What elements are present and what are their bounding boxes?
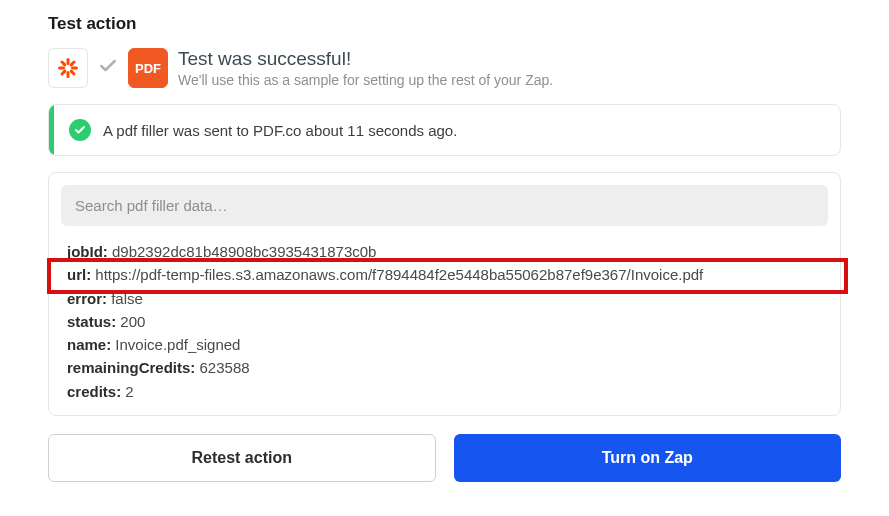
retest-button[interactable]: Retest action (48, 434, 436, 482)
result-row-status: status: 200 (67, 310, 822, 333)
result-value: https://pdf-temp-files.s3.amazonaws.com/… (95, 266, 703, 283)
result-row-jobid: jobId: d9b2392dc81b48908bc3935431873c0b (67, 240, 822, 263)
result-row-name: name: Invoice.pdf_signed (67, 333, 822, 356)
svg-rect-0 (67, 58, 70, 65)
result-key: credits: (67, 383, 121, 400)
result-key: url: (67, 266, 91, 283)
result-value: Invoice.pdf_signed (115, 336, 240, 353)
success-check-icon (69, 119, 91, 141)
result-value: d9b2392dc81b48908bc3935431873c0b (112, 243, 376, 260)
result-row-credits: credits: 2 (67, 380, 822, 403)
svg-rect-3 (71, 67, 78, 70)
svg-rect-2 (58, 67, 65, 70)
status-text: Test was successful! We'll use this as a… (178, 48, 553, 88)
zapier-icon (48, 48, 88, 88)
status-title: Test was successful! (178, 48, 553, 70)
checkmark-icon (98, 56, 118, 80)
result-key: error: (67, 290, 107, 307)
result-row-error: error: false (67, 287, 822, 310)
result-key: jobId: (67, 243, 108, 260)
result-value: 623588 (200, 359, 250, 376)
turn-on-zap-button[interactable]: Turn on Zap (454, 434, 842, 482)
result-list: jobId: d9b2392dc81b48908bc3935431873c0b … (61, 240, 828, 403)
result-key: remainingCredits: (67, 359, 195, 376)
result-value: 200 (120, 313, 145, 330)
search-input[interactable] (61, 185, 828, 226)
svg-rect-4 (69, 60, 76, 67)
status-subtitle: We'll use this as a sample for setting u… (178, 72, 553, 88)
svg-rect-6 (60, 60, 67, 67)
success-banner: A pdf filler was sent to PDF.co about 11… (48, 104, 841, 156)
button-row: Retest action Turn on Zap (48, 434, 841, 482)
result-card: jobId: d9b2392dc81b48908bc3935431873c0b … (48, 172, 841, 416)
result-value: false (111, 290, 143, 307)
result-key: status: (67, 313, 116, 330)
section-title: Test action (48, 14, 841, 34)
pdfco-icon: PDF (128, 48, 168, 88)
status-row: PDF Test was successful! We'll use this … (48, 48, 841, 88)
result-row-remainingcredits: remainingCredits: 623588 (67, 356, 822, 379)
result-row-url: url: https://pdf-temp-files.s3.amazonaws… (67, 263, 822, 286)
pdfco-icon-label: PDF (135, 61, 161, 76)
banner-text: A pdf filler was sent to PDF.co about 11… (103, 122, 457, 139)
result-key: name: (67, 336, 111, 353)
svg-rect-7 (69, 69, 76, 76)
result-value: 2 (125, 383, 133, 400)
svg-rect-1 (67, 71, 70, 78)
svg-rect-5 (60, 69, 67, 76)
